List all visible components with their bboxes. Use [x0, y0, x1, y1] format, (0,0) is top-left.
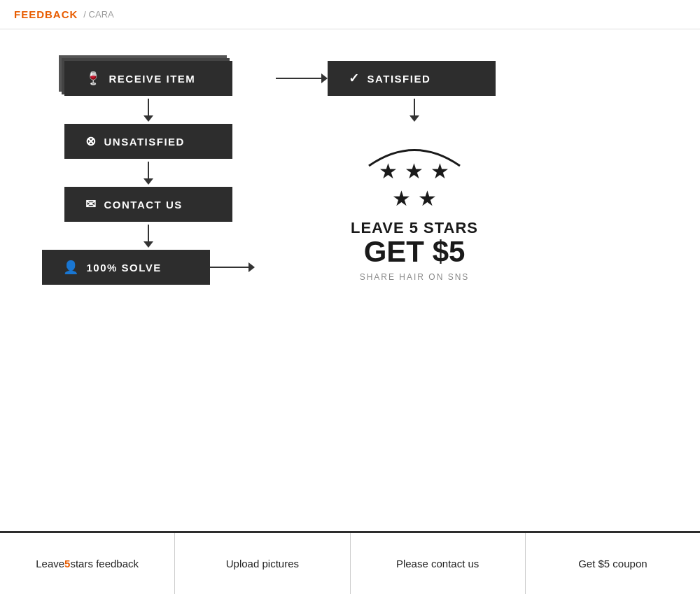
receive-item-wrapper: 🍷 RECEIVE ITEM [64, 61, 232, 96]
satisfied-label: SATISFIED [368, 73, 431, 85]
arrow-right-receive [276, 73, 328, 83]
bottom-item-1-pre: Leave [36, 556, 64, 571]
receive-item-box: 🍷 RECEIVE ITEM [64, 61, 232, 96]
bottom-item-1-post: stars feedback [70, 556, 139, 571]
arrow-down-1 [144, 96, 153, 124]
star-2: ★ [405, 159, 424, 183]
right-flow-column: ✓ SATISFIED ★ ★ ★ [276, 61, 496, 282]
stars-visual: ★ ★ ★ ★ ★ [358, 131, 470, 211]
stars-bottom-row: ★ ★ [392, 186, 437, 211]
bottom-item-3: Please contact us [351, 533, 526, 594]
person-icon: 👤 [63, 260, 80, 275]
x-circle-icon: ⊗ [85, 134, 97, 149]
receive-item-label: RECEIVE ITEM [109, 73, 196, 85]
solve-row: 👤 100% SOLVE [42, 250, 255, 285]
arrow-down-2 [144, 159, 153, 187]
header-feedback-label: FEEDBACK [14, 8, 78, 20]
mail-icon: ✉ [85, 197, 97, 212]
contact-us-box: ✉ CONTACT US [64, 187, 232, 222]
left-flow-column: 🍷 RECEIVE ITEM ⊗ UNSATISFIED ✉ CONTACT U… [42, 50, 255, 285]
header-cara-label: / CARA [83, 9, 113, 20]
bottom-item-2: Upload pictures [175, 533, 350, 594]
star-1: ★ [379, 159, 398, 183]
unsatisfied-box: ⊗ UNSATISFIED [64, 124, 232, 159]
bottom-item-1-num: 5 [64, 556, 70, 571]
get-5-text: GET $5 [364, 237, 465, 267]
stars-section: ★ ★ ★ ★ ★ LEAVE 5 STARS GET $5 SHARE HAI… [351, 131, 478, 282]
star-3: ★ [430, 159, 449, 183]
glass-icon: 🍷 [85, 71, 102, 86]
bottom-item-1: Leave 5 stars feedback [0, 533, 175, 594]
share-hair-text: SHARE HAIR ON SNS [360, 272, 470, 282]
arrow-down-satisfied [410, 96, 419, 124]
diagram-area: 🍷 RECEIVE ITEM ⊗ UNSATISFIED ✉ CONTACT U… [0, 29, 700, 355]
stars-top-row: ★ ★ ★ [379, 159, 449, 183]
diagram-top-row: 🍷 RECEIVE ITEM ⊗ UNSATISFIED ✉ CONTACT U… [42, 50, 658, 285]
bottom-bar: Leave 5 stars feedback Upload pictures P… [0, 531, 700, 594]
solve-box: 👤 100% SOLVE [42, 250, 210, 285]
page-header: FEEDBACK / CARA [0, 0, 700, 29]
bottom-item-4: Get $5 coupon [526, 533, 700, 594]
satisfied-row: ✓ SATISFIED [276, 61, 496, 96]
solve-label: 100% SOLVE [87, 262, 162, 274]
star-5: ★ [418, 186, 437, 211]
satisfied-box: ✓ SATISFIED [328, 61, 496, 96]
arrow-right-solve [210, 262, 255, 272]
contact-us-label: CONTACT US [104, 199, 183, 211]
star-4: ★ [392, 186, 411, 211]
unsatisfied-label: UNSATISFIED [104, 136, 185, 148]
arrow-down-3 [144, 222, 153, 250]
check-circle-icon: ✓ [349, 71, 360, 86]
